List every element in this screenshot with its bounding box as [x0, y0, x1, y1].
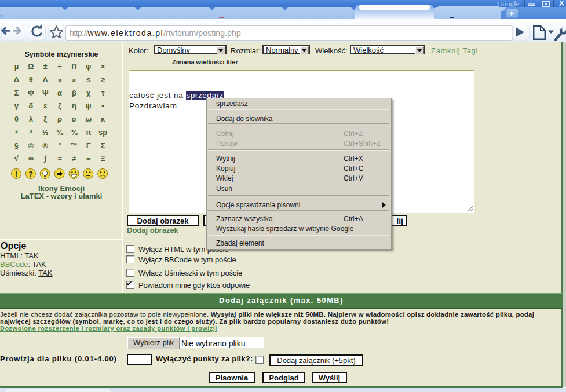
svg-text:?: ? [28, 170, 33, 178]
svg-text:!: ! [15, 170, 17, 178]
